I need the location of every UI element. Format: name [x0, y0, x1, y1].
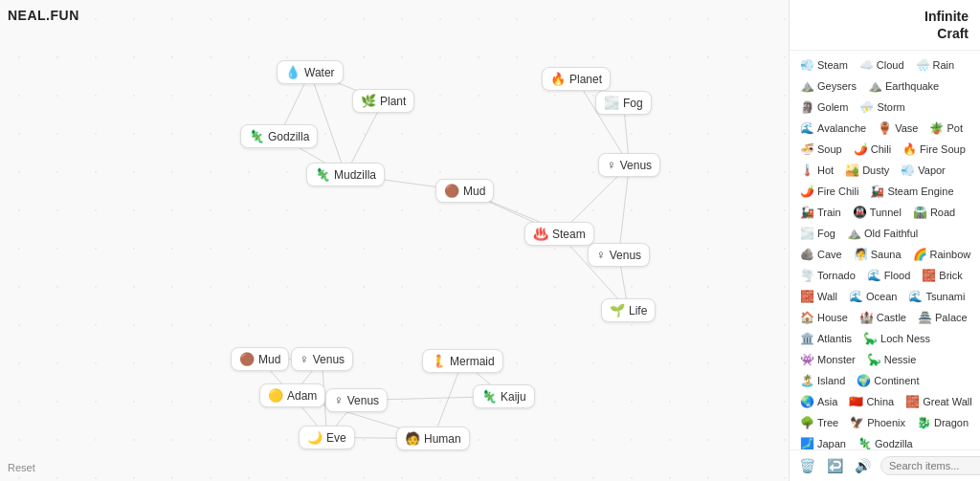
sidebar-item-chili[interactable]: 🌶️Chili	[849, 141, 896, 158]
sidebar-item-house[interactable]: 🏠House	[795, 309, 853, 326]
node-fog[interactable]: 🌫️Fog	[595, 91, 652, 115]
sidebar-item-rainbow[interactable]: 🌈Rainbow	[908, 246, 976, 263]
sidebar-item-fire-chili[interactable]: 🌶️Fire Chili	[795, 183, 863, 200]
undo-button[interactable]: ↩️	[825, 456, 845, 475]
sidebar-item-godzilla[interactable]: 🦎Godzilla	[853, 435, 918, 449]
node-eve[interactable]: 🌙Eve	[299, 426, 355, 449]
node-water[interactable]: 💧Water	[277, 60, 344, 84]
node-planet[interactable]: 🔥Planet	[542, 67, 611, 91]
sidebar-footer: 🗑️ ↩️ 🔊	[790, 449, 980, 481]
sidebar-item-atlantis[interactable]: 🏛️Atlantis	[795, 330, 857, 347]
sidebar-row: 🌏Asia🇨🇳China🧱Great Wall	[790, 391, 980, 412]
sidebar-item-brick[interactable]: 🧱Brick	[917, 267, 967, 284]
node-mud[interactable]: 🟤Mud	[435, 179, 494, 203]
sidebar-item-monster[interactable]: 👾Monster	[795, 351, 860, 368]
sidebar-row: 🌶️Fire Chili🚂Steam Engine	[790, 181, 980, 202]
sidebar-item-tree[interactable]: 🌳Tree	[795, 414, 843, 431]
sound-button[interactable]: 🔊	[853, 456, 873, 475]
logo: NEAL.FUN	[8, 8, 79, 23]
sidebar-item-flood[interactable]: 🌊Flood	[862, 267, 916, 284]
node-venus[interactable]: ♀Venus	[598, 153, 660, 177]
sidebar-item-castle[interactable]: 🏰Castle	[855, 309, 911, 326]
sidebar-item-ocean[interactable]: 🌊Ocean	[844, 288, 902, 305]
sidebar-row: 🌊Avalanche🏺Vase🪴Pot	[790, 118, 980, 139]
sidebar-row: 👾Monster🦕Nessie	[790, 349, 980, 370]
reset-button[interactable]: Reset	[8, 462, 35, 473]
node-adam[interactable]: 🟡Adam	[259, 383, 325, 407]
sidebar-row: 🧱Wall🌊Ocean🌊Tsunami	[790, 286, 980, 307]
sidebar-items[interactable]: 💨Steam☁️Cloud🌧️Rain⛰️Geysers⛰️Earthquake…	[790, 51, 980, 449]
node-godzilla[interactable]: 🦎Godzilla	[240, 124, 318, 148]
sidebar-item-loch-ness[interactable]: 🦕Loch Ness	[858, 330, 935, 347]
sidebar-item-pot[interactable]: 🪴Pot	[924, 120, 968, 137]
sidebar-item-tunnel[interactable]: 🚇Tunnel	[848, 204, 906, 221]
sidebar-row: 🌳Tree🦅Phoenix🐉Dragon	[790, 412, 980, 433]
node-kaiju[interactable]: 🦎Kaiju	[473, 384, 535, 408]
sidebar-item-china[interactable]: 🇨🇳China	[844, 393, 899, 410]
canvas-area[interactable]: NEAL.FUN Reset 💧Water🌿Plant🦎Godzilla🔥Pla…	[0, 0, 789, 481]
node-venus4[interactable]: ♀Venus	[325, 388, 388, 412]
node-mermaid[interactable]: 🧜Mermaid	[422, 349, 503, 373]
sidebar-item-fog[interactable]: 🌫️Fog	[795, 225, 840, 242]
node-life[interactable]: 🌱Life	[601, 298, 656, 322]
sidebar-item-dusty[interactable]: 🏜️Dusty	[840, 162, 894, 179]
sidebar-item-dragon[interactable]: 🐉Dragon	[912, 414, 973, 431]
node-plant[interactable]: 🌿Plant	[352, 89, 414, 113]
sidebar-row: ⛰️Geysers⛰️Earthquake	[790, 76, 980, 97]
sidebar-item-steam-engine[interactable]: 🚂Steam Engine	[865, 183, 958, 200]
sidebar-item-vase[interactable]: 🏺Vase	[873, 120, 923, 137]
sidebar-row: 🗿Golem⛈️Storm	[790, 97, 980, 118]
node-venus3[interactable]: ♀Venus	[291, 347, 353, 371]
sidebar-row: 🚂Train🚇Tunnel🛣️Road	[790, 202, 980, 223]
sidebar-item-fire-soup[interactable]: 🔥Fire Soup	[898, 141, 970, 158]
connections-svg	[0, 0, 789, 481]
sidebar-item-great-wall[interactable]: 🧱Great Wall	[901, 393, 977, 410]
sidebar: Infinite Craft 💨Steam☁️Cloud🌧️Rain⛰️Geys…	[789, 0, 980, 481]
sidebar-item-cloud[interactable]: ☁️Cloud	[855, 56, 909, 74]
sidebar-item-asia[interactable]: 🌏Asia	[795, 393, 842, 410]
delete-button[interactable]: 🗑️	[797, 456, 817, 475]
node-venus2[interactable]: ♀Venus	[588, 243, 650, 267]
sidebar-item-soup[interactable]: 🍜Soup	[795, 141, 847, 158]
sidebar-item-golem[interactable]: 🗿Golem	[795, 98, 853, 116]
sidebar-item-japan[interactable]: 🗾Japan	[795, 435, 851, 449]
brand: Infinite Craft	[801, 8, 969, 42]
sidebar-item-road[interactable]: 🛣️Road	[908, 204, 960, 221]
sidebar-row: 🌪️Tornado🌊Flood🧱Brick	[790, 265, 980, 286]
sidebar-item-tornado[interactable]: 🌪️Tornado	[795, 267, 860, 284]
svg-line-2	[310, 73, 345, 175]
sidebar-item-continent[interactable]: 🌍Continent	[852, 372, 924, 389]
sidebar-item-cave[interactable]: 🪨Cave	[795, 246, 847, 263]
sidebar-row: 🍜Soup🌶️Chili🔥Fire Soup	[790, 139, 980, 160]
node-mudzilla[interactable]: 🦎Mudzilla	[306, 163, 385, 186]
sidebar-row: 🏛️Atlantis🦕Loch Ness	[790, 328, 980, 349]
sidebar-item-palace[interactable]: 🏯Palace	[913, 309, 972, 326]
sidebar-item-hot[interactable]: 🌡️Hot	[795, 162, 838, 179]
sidebar-item-avalanche[interactable]: 🌊Avalanche	[795, 120, 871, 137]
sidebar-row: 🪨Cave🧖Sauna🌈Rainbow	[790, 244, 980, 265]
sidebar-row: 🏝️Island🌍Continent	[790, 370, 980, 391]
sidebar-item-rain[interactable]: 🌧️Rain	[911, 56, 960, 74]
sidebar-row: 🏠House🏰Castle🏯Palace	[790, 307, 980, 328]
sidebar-item-earthquake[interactable]: ⛰️Earthquake	[863, 77, 944, 95]
sidebar-item-steam[interactable]: 💨Steam	[795, 56, 853, 74]
sidebar-row: 🌡️Hot🏜️Dusty💨Vapor	[790, 160, 980, 181]
node-human[interactable]: 🧑Human	[396, 426, 470, 450]
sidebar-row: 🌫️Fog⛰️Old Faithful	[790, 223, 980, 244]
sidebar-item-sauna[interactable]: 🧖Sauna	[849, 246, 906, 263]
sidebar-item-island[interactable]: 🏝️Island	[795, 372, 850, 389]
sidebar-item-tsunami[interactable]: 🌊Tsunami	[903, 288, 969, 305]
sidebar-row: 💨Steam☁️Cloud🌧️Rain	[790, 55, 980, 76]
sidebar-item-vapor[interactable]: 💨Vapor	[896, 162, 950, 179]
node-steam[interactable]: ♨️Steam	[524, 222, 594, 246]
sidebar-row: 🗾Japan🦎Godzilla	[790, 433, 980, 449]
sidebar-item-wall[interactable]: 🧱Wall	[795, 288, 842, 305]
sidebar-item-train[interactable]: 🚂Train	[795, 204, 846, 221]
search-input[interactable]	[880, 456, 980, 475]
sidebar-item-old-faithful[interactable]: ⛰️Old Faithful	[842, 225, 923, 242]
node-mud2[interactable]: 🟤Mud	[231, 347, 289, 371]
sidebar-item-geysers[interactable]: ⛰️Geysers	[795, 77, 861, 95]
sidebar-item-phoenix[interactable]: 🦅Phoenix	[845, 414, 910, 431]
sidebar-item-nessie[interactable]: 🦕Nessie	[862, 351, 922, 368]
sidebar-item-storm[interactable]: ⛈️Storm	[855, 98, 909, 116]
